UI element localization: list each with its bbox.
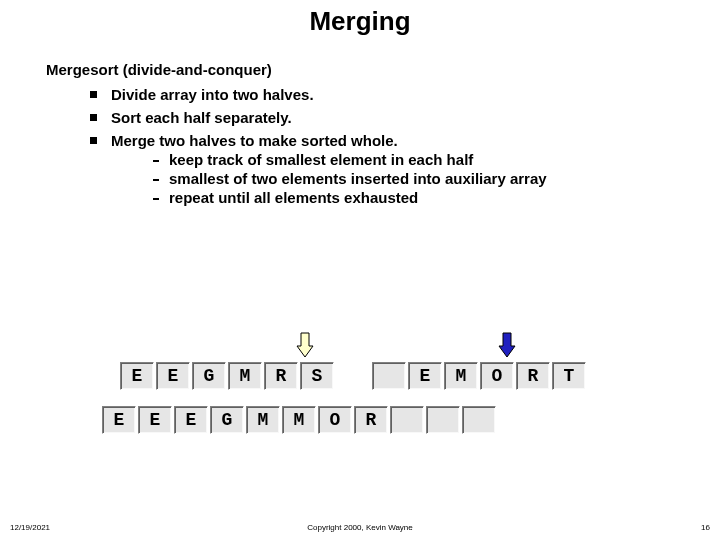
footer-copyright: Copyright 2000, Kevin Wayne [0, 523, 720, 532]
array-cell: E [174, 406, 208, 434]
arrow-down-yellow-icon [296, 332, 314, 358]
sub-bullet-text: keep track of smallest element in each h… [169, 151, 473, 168]
array-diagram: EEGMRSEMORT EEEGMMOR [120, 362, 586, 450]
dash-bullet-icon [153, 198, 159, 200]
square-bullet-icon [90, 114, 97, 121]
dash-bullet-icon [153, 179, 159, 181]
array-cell: R [516, 362, 550, 390]
array-cell: M [228, 362, 262, 390]
array-cell: T [552, 362, 586, 390]
array-cell: S [300, 362, 334, 390]
dash-bullet-icon [153, 160, 159, 162]
bullet-item: Divide array into two halves. [90, 86, 720, 103]
sub-bullet-item: keep track of smallest element in each h… [153, 151, 720, 168]
sub-bullet-item: smallest of two elements inserted into a… [153, 170, 720, 187]
array-cell: E [138, 406, 172, 434]
bullet-item: Merge two halves to make sorted whole. k… [90, 132, 720, 208]
bullet-text: Divide array into two halves. [111, 86, 314, 103]
bullet-text: Sort each half separately. [111, 109, 292, 126]
arrow-down-blue-icon [498, 332, 516, 358]
array-cell: M [246, 406, 280, 434]
array-cell: O [318, 406, 352, 434]
array-cell: M [444, 362, 478, 390]
array-cell [372, 362, 406, 390]
sub-bullet-text: repeat until all elements exhausted [169, 189, 418, 206]
array-cell: M [282, 406, 316, 434]
sub-bullet-item: repeat until all elements exhausted [153, 189, 720, 206]
array-cell: O [480, 362, 514, 390]
bullet-item: Sort each half separately. [90, 109, 720, 126]
square-bullet-icon [90, 137, 97, 144]
array-cell: G [210, 406, 244, 434]
bullet-list: Divide array into two halves. Sort each … [90, 86, 720, 208]
slide-title: Merging [0, 0, 720, 37]
array-gap [336, 362, 370, 390]
array-cell [462, 406, 496, 434]
array-cell: E [102, 406, 136, 434]
slide-footer: 12/19/2021 Copyright 2000, Kevin Wayne 1… [0, 523, 720, 532]
slide-subtitle: Mergesort (divide-and-conquer) [46, 61, 720, 78]
array-row-input: EEGMRSEMORT [120, 362, 586, 390]
array-cell: E [156, 362, 190, 390]
array-cell: E [408, 362, 442, 390]
square-bullet-icon [90, 91, 97, 98]
array-cell: G [192, 362, 226, 390]
array-cell [390, 406, 424, 434]
array-cell: R [264, 362, 298, 390]
array-cell: E [120, 362, 154, 390]
array-cell [426, 406, 460, 434]
sub-bullet-list: keep track of smallest element in each h… [153, 151, 720, 206]
bullet-text: Merge two halves to make sorted whole. [111, 132, 720, 149]
array-cell: R [354, 406, 388, 434]
sub-bullet-text: smallest of two elements inserted into a… [169, 170, 547, 187]
array-row-aux: EEEGMMOR [102, 406, 586, 434]
